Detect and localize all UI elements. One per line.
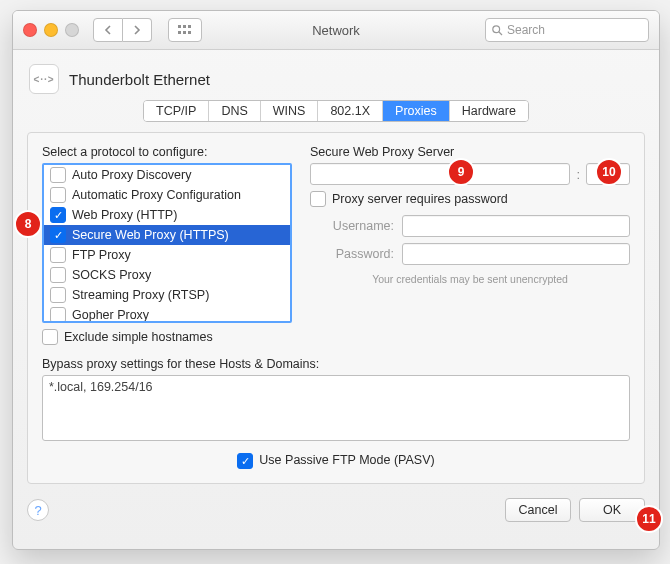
protocol-checkbox[interactable]: ✓: [50, 207, 66, 223]
passive-ftp-checkbox[interactable]: ✓: [237, 453, 253, 469]
thunderbolt-ethernet-icon: <··>: [29, 64, 59, 94]
annotation-badge-8: 8: [14, 210, 42, 238]
protocol-list[interactable]: Auto Proxy DiscoveryAutomatic Proxy Conf…: [42, 163, 292, 323]
protocol-row[interactable]: Streaming Proxy (RTSP): [44, 285, 290, 305]
protocol-checkbox[interactable]: [50, 187, 66, 203]
requires-password-label: Proxy server requires password: [332, 192, 508, 206]
bypass-label: Bypass proxy settings for these Hosts & …: [42, 357, 630, 371]
protocol-row[interactable]: Automatic Proxy Configuration: [44, 185, 290, 205]
bypass-textarea[interactable]: *.local, 169.254/16: [42, 375, 630, 441]
zoom-window-button[interactable]: [65, 23, 79, 37]
chevron-left-icon: [104, 25, 112, 35]
password-input[interactable]: [402, 243, 630, 265]
search-field[interactable]: Search: [485, 18, 649, 42]
protocol-select-label: Select a protocol to configure:: [42, 145, 292, 159]
svg-rect-1: [183, 25, 186, 28]
nav-back-forward: [93, 18, 152, 42]
protocol-checkbox[interactable]: [50, 287, 66, 303]
tab-proxies[interactable]: Proxies: [383, 101, 450, 121]
protocol-row[interactable]: ✓Secure Web Proxy (HTTPS): [44, 225, 290, 245]
protocol-label: Web Proxy (HTTP): [72, 208, 177, 222]
window-controls: [23, 23, 79, 37]
passive-ftp-label: Use Passive FTP Mode (PASV): [259, 453, 434, 469]
protocol-label: SOCKS Proxy: [72, 268, 151, 282]
protocol-label: Secure Web Proxy (HTTPS): [72, 228, 229, 242]
protocol-checkbox[interactable]: [50, 167, 66, 183]
password-label: Password:: [310, 247, 394, 261]
protocol-checkbox[interactable]: ✓: [50, 227, 66, 243]
exclude-simple-hostnames-checkbox[interactable]: [42, 329, 58, 345]
svg-rect-3: [178, 31, 181, 34]
protocol-checkbox[interactable]: [50, 307, 66, 323]
protocol-label: FTP Proxy: [72, 248, 131, 262]
proxy-host-input[interactable]: [310, 163, 570, 185]
titlebar: Network Search: [13, 11, 659, 50]
username-input[interactable]: [402, 215, 630, 237]
interface-header: <··> Thunderbolt Ethernet: [13, 50, 659, 100]
annotation-badge-11: 11: [635, 505, 663, 533]
svg-point-6: [493, 25, 500, 32]
interface-name: Thunderbolt Ethernet: [69, 71, 210, 88]
proxies-panel: Select a protocol to configure: Auto Pro…: [27, 132, 645, 484]
grid-icon: [178, 25, 192, 35]
exclude-simple-hostnames-label: Exclude simple hostnames: [64, 330, 213, 344]
svg-rect-4: [183, 31, 186, 34]
proxy-server-section-label: Secure Web Proxy Server: [310, 145, 630, 159]
chevron-right-icon: [133, 25, 141, 35]
svg-rect-0: [178, 25, 181, 28]
protocol-row[interactable]: Auto Proxy Discovery: [44, 165, 290, 185]
show-all-button[interactable]: [168, 18, 202, 42]
annotation-badge-9: 9: [447, 158, 475, 186]
requires-password-checkbox[interactable]: [310, 191, 326, 207]
help-button[interactable]: ?: [27, 499, 49, 521]
protocol-row[interactable]: ✓Web Proxy (HTTP): [44, 205, 290, 225]
protocol-row[interactable]: FTP Proxy: [44, 245, 290, 265]
protocol-row[interactable]: SOCKS Proxy: [44, 265, 290, 285]
svg-line-7: [499, 32, 502, 35]
minimize-window-button[interactable]: [44, 23, 58, 37]
back-button[interactable]: [93, 18, 123, 42]
protocol-label: Automatic Proxy Configuration: [72, 188, 241, 202]
search-icon: [492, 25, 503, 36]
svg-rect-2: [188, 25, 191, 28]
tab-tcp-ip[interactable]: TCP/IP: [144, 101, 209, 121]
protocol-label: Streaming Proxy (RTSP): [72, 288, 209, 302]
protocol-label: Auto Proxy Discovery: [72, 168, 191, 182]
tab-802-1x[interactable]: 802.1X: [318, 101, 383, 121]
protocol-row[interactable]: Gopher Proxy: [44, 305, 290, 323]
tab-dns[interactable]: DNS: [209, 101, 260, 121]
dialog-footer: ? Cancel OK: [13, 492, 659, 534]
tab-hardware[interactable]: Hardware: [450, 101, 528, 121]
close-window-button[interactable]: [23, 23, 37, 37]
username-label: Username:: [310, 219, 394, 233]
preferences-window: Network Search <··> Thunderbolt Ethernet…: [12, 10, 660, 550]
protocol-checkbox[interactable]: [50, 247, 66, 263]
forward-button[interactable]: [123, 18, 152, 42]
svg-rect-5: [188, 31, 191, 34]
protocol-checkbox[interactable]: [50, 267, 66, 283]
protocol-label: Gopher Proxy: [72, 308, 149, 322]
cancel-button[interactable]: Cancel: [505, 498, 571, 522]
annotation-badge-10: 10: [595, 158, 623, 186]
tab-wins[interactable]: WINS: [261, 101, 319, 121]
settings-tabs: TCP/IPDNSWINS802.1XProxiesHardware: [143, 100, 529, 122]
credentials-hint: Your credentials may be sent unencrypted: [310, 273, 630, 285]
host-port-separator: :: [576, 167, 580, 182]
search-placeholder: Search: [507, 23, 545, 37]
